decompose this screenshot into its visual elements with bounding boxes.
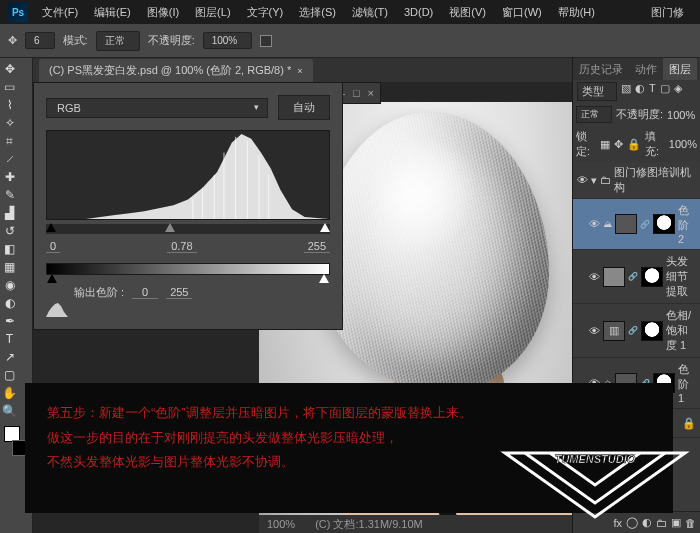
histogram-icon (46, 301, 68, 317)
output-white-field[interactable]: 255 (166, 286, 192, 299)
layer-row[interactable]: 👁 ▥ 🔗 色相/饱和度 1 (573, 304, 700, 358)
brush-tool-icon[interactable]: ✎ (2, 186, 17, 204)
menu-3d[interactable]: 3D(D) (396, 3, 441, 21)
option-checkbox[interactable] (260, 35, 272, 47)
tab-actions[interactable]: 动作 (629, 58, 663, 80)
input-white-field[interactable]: 255 (304, 240, 330, 253)
blend-mode-select[interactable]: 正常 (96, 31, 140, 51)
dodge-tool-icon[interactable]: ◐ (2, 294, 17, 312)
menu-image[interactable]: 图像(I) (139, 2, 187, 23)
tool-preset-icon[interactable]: ✥ (8, 34, 17, 47)
document-tab[interactable]: (C) PS黑发变白发.psd @ 100% (色阶 2, RGB/8) * × (39, 59, 313, 82)
input-gamma-slider-icon[interactable] (165, 223, 175, 232)
layer-blend-select[interactable]: 正常 (576, 106, 612, 123)
menu-type[interactable]: 文字(Y) (239, 2, 292, 23)
channel-select[interactable]: RGB (46, 98, 268, 118)
layer-name: 色阶 1 (678, 362, 696, 404)
mask-thumb[interactable] (641, 267, 663, 287)
input-black-field[interactable]: 0 (46, 240, 60, 253)
eyedropper-tool-icon[interactable]: ⟋ (2, 150, 17, 168)
menu-edit[interactable]: 编辑(E) (86, 2, 139, 23)
filter-shape-icon[interactable]: ▢ (660, 82, 670, 101)
wand-tool-icon[interactable]: ✧ (2, 114, 17, 132)
svg-text:TUMENSTUDIO: TUMENSTUDIO (555, 453, 636, 465)
menu-select[interactable]: 选择(S) (291, 2, 344, 23)
visibility-icon[interactable]: 👁 (577, 175, 588, 185)
app-logo-icon: Ps (8, 2, 28, 22)
blend-label: 模式: (63, 33, 88, 48)
menu-file[interactable]: 文件(F) (34, 2, 86, 23)
visibility-icon[interactable]: 👁 (589, 219, 600, 229)
input-gamma-field[interactable]: 0.78 (167, 240, 196, 253)
auto-button[interactable]: 自动 (278, 95, 330, 120)
tab-title: (C) PS黑发变白发.psd @ 100% (色阶 2, RGB/8) * (49, 63, 291, 78)
filter-smart-icon[interactable]: ◈ (674, 82, 682, 101)
folder-icon: 🗀 (600, 174, 611, 186)
output-black-slider-icon[interactable] (47, 274, 57, 283)
marquee-tool-icon[interactable]: ▭ (2, 78, 17, 96)
zoom-tool-icon[interactable]: 🔍 (2, 402, 17, 420)
path-tool-icon[interactable]: ↗ (2, 348, 17, 366)
mask-thumb[interactable] (653, 214, 675, 234)
eraser-tool-icon[interactable]: ◧ (2, 240, 17, 258)
gradient-tool-icon[interactable]: ▦ (2, 258, 17, 276)
caption-line-1: 第五步：新建一个“色阶”调整层并压暗图片，将下面图层的蒙版替换上来。 (47, 401, 651, 426)
tab-layers[interactable]: 图层 (663, 58, 697, 80)
tab-history[interactable]: 历史记录 (573, 58, 629, 80)
layer-filter-select[interactable]: 类型 (577, 82, 617, 101)
win-max-icon[interactable]: □ (353, 87, 360, 99)
folder-name: 图门修图培训机构 (614, 165, 696, 195)
filter-image-icon[interactable]: ▧ (621, 82, 631, 101)
menu-layer[interactable]: 图层(L) (187, 2, 238, 23)
options-bar: ✥ 6 模式: 正常 不透明度: 100% (0, 24, 700, 58)
folder-arrow-icon[interactable]: ▾ (591, 174, 597, 187)
histogram-curve (47, 134, 329, 219)
link-icon[interactable]: 🔗 (640, 220, 650, 229)
layer-opacity-value[interactable]: 100% (667, 109, 695, 121)
histogram-chart (46, 130, 330, 220)
heal-tool-icon[interactable]: ✚ (2, 168, 17, 186)
output-gradient-track[interactable] (46, 263, 330, 275)
input-white-slider-icon[interactable] (320, 223, 330, 232)
menu-help[interactable]: 帮助(H) (550, 2, 603, 23)
layer-row[interactable]: 👁 🔗 头发细节提取 (573, 250, 700, 304)
crop-tool-icon[interactable]: ⌗ (2, 132, 17, 150)
layer-folder[interactable]: 👁 ▾ 🗀 图门修图培训机构 (573, 162, 700, 199)
layer-thumb (603, 267, 625, 287)
pen-tool-icon[interactable]: ✒ (2, 312, 17, 330)
visibility-icon[interactable]: 👁 (589, 272, 600, 282)
hand-tool-icon[interactable]: ✋ (2, 384, 17, 402)
stamp-tool-icon[interactable]: ▟ (2, 204, 17, 222)
tab-close-icon[interactable]: × (297, 66, 302, 76)
output-white-slider-icon[interactable] (319, 274, 329, 283)
lasso-tool-icon[interactable]: ⌇ (2, 96, 17, 114)
fill-value[interactable]: 100% (669, 138, 697, 150)
watermark-logo-icon: TUMENSTUDIO (500, 435, 690, 527)
type-tool-icon[interactable]: T (2, 330, 17, 348)
mask-thumb[interactable] (641, 321, 663, 341)
lock-all-icon[interactable]: 🔒 (627, 138, 641, 151)
brush-size-select[interactable]: 6 (25, 32, 55, 49)
filter-type-icon[interactable]: T (649, 82, 656, 101)
history-brush-icon[interactable]: ↺ (2, 222, 17, 240)
menu-window[interactable]: 窗口(W) (494, 2, 550, 23)
move-tool-icon[interactable]: ✥ (2, 60, 17, 78)
input-slider-track[interactable] (46, 224, 330, 234)
zoom-readout[interactable]: 100% (267, 518, 295, 530)
menu-view[interactable]: 视图(V) (441, 2, 494, 23)
layer-row[interactable]: 👁 ⛰ 🔗 色阶 2 (573, 199, 700, 250)
visibility-icon[interactable]: 👁 (589, 326, 600, 336)
link-icon[interactable]: 🔗 (628, 272, 638, 281)
lock-pos-icon[interactable]: ✥ (614, 138, 623, 151)
layer-name: 头发细节提取 (666, 254, 696, 299)
lock-pixels-icon[interactable]: ▦ (600, 138, 610, 151)
link-icon[interactable]: 🔗 (628, 326, 638, 335)
opacity-select[interactable]: 100% (203, 32, 253, 49)
filter-adj-icon[interactable]: ◐ (635, 82, 645, 101)
output-black-field[interactable]: 0 (132, 286, 158, 299)
shape-tool-icon[interactable]: ▢ (2, 366, 17, 384)
win-close-icon[interactable]: × (368, 87, 374, 99)
input-black-slider-icon[interactable] (46, 223, 56, 232)
blur-tool-icon[interactable]: ◉ (2, 276, 17, 294)
menu-filter[interactable]: 滤镜(T) (344, 2, 396, 23)
